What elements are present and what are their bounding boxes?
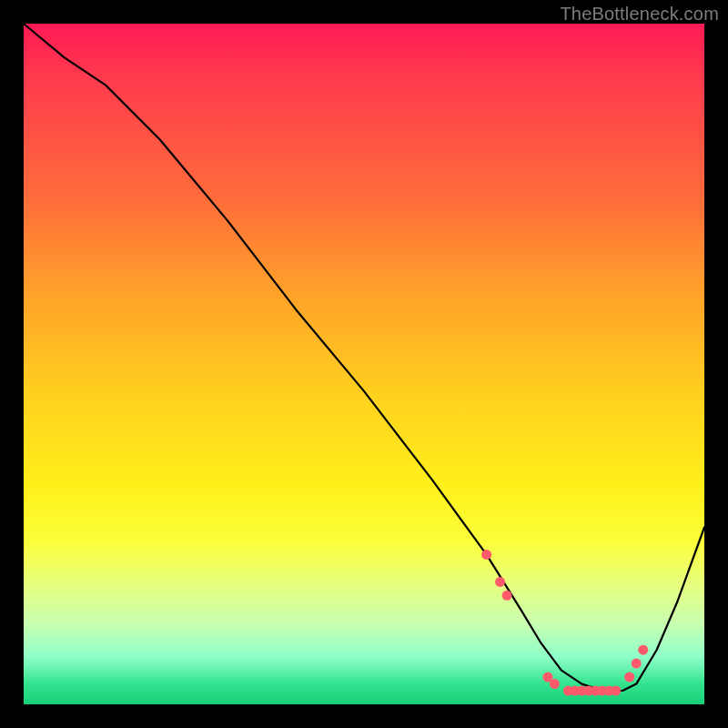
marker-point	[495, 577, 505, 587]
marker-point	[624, 672, 634, 682]
chart-stage: TheBottleneck.com	[0, 0, 728, 728]
marker-point	[502, 591, 512, 601]
marker-point	[638, 645, 648, 655]
marker-point	[481, 550, 491, 560]
chart-svg	[24, 24, 704, 704]
chart-curve	[24, 24, 704, 691]
attribution-label: TheBottleneck.com	[560, 4, 719, 25]
marker-point	[611, 686, 621, 696]
plot-area	[24, 24, 704, 704]
marker-point	[550, 679, 560, 689]
marker-point	[632, 659, 642, 669]
